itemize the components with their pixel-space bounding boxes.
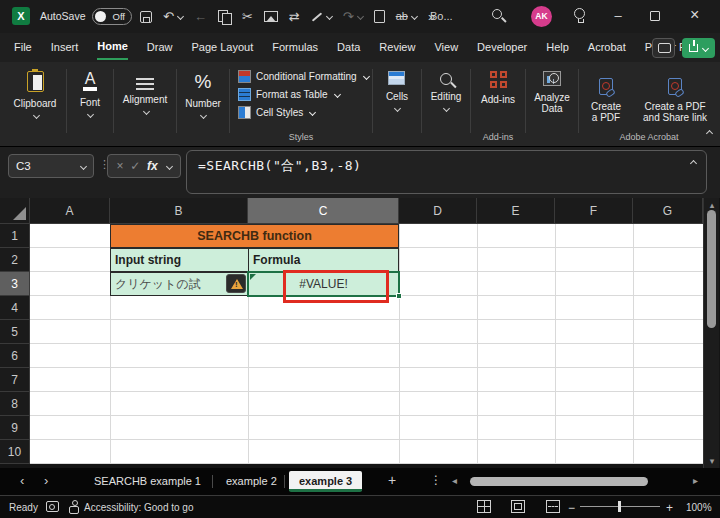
collapse-ribbon-button[interactable]: [707, 122, 712, 140]
zoom-slider-thumb[interactable]: [618, 501, 621, 512]
cancel-button[interactable]: ×: [116, 159, 123, 173]
row-header-1[interactable]: 1: [0, 224, 30, 248]
copy-button[interactable]: [218, 10, 231, 23]
formula-input[interactable]: =SEARCHB("合",B3,-8): [186, 150, 707, 194]
font-group[interactable]: A Font: [67, 62, 113, 146]
horizontal-scrollbar[interactable]: [464, 477, 688, 486]
format-as-table-button[interactable]: Format as Table: [238, 88, 372, 101]
comments-button[interactable]: [652, 38, 675, 58]
create-pdf-button[interactable]: Create a PDF: [582, 69, 630, 139]
sheet-options-button[interactable]: ⋮: [430, 473, 442, 487]
switch-windows-button[interactable]: ⇄: [289, 10, 300, 23]
tab-view[interactable]: View: [434, 36, 458, 59]
column-header-c[interactable]: C: [248, 198, 399, 224]
add-sheet-button[interactable]: +: [388, 472, 396, 488]
column-header-d[interactable]: D: [399, 198, 477, 224]
tab-insert[interactable]: Insert: [51, 36, 79, 59]
back-button[interactable]: ←: [194, 10, 207, 23]
vertical-scrollbar-thumb[interactable]: [707, 210, 716, 328]
macro-record-button[interactable]: [46, 501, 59, 512]
zoom-in-button[interactable]: +: [666, 501, 673, 515]
row-header-6[interactable]: 6: [0, 344, 30, 368]
prev-sheet-button[interactable]: ‹: [20, 473, 24, 488]
account-avatar[interactable]: AK: [531, 6, 552, 27]
create-pdf-share-button[interactable]: Create a PDF and Share link: [634, 69, 716, 139]
alignment-group[interactable]: Alignment: [114, 62, 176, 146]
column-header-a[interactable]: A: [30, 198, 110, 224]
ink-button[interactable]: [311, 14, 332, 19]
select-all-button[interactable]: [0, 198, 30, 224]
sheet-tab-3-active[interactable]: example 3: [289, 471, 362, 492]
tab-developer[interactable]: Developer: [477, 36, 527, 59]
strikethrough-button[interactable]: ab: [396, 11, 417, 22]
minimize-button[interactable]: –: [612, 8, 624, 23]
tab-review[interactable]: Review: [379, 36, 415, 59]
column-header-e[interactable]: E: [477, 198, 555, 224]
cell-c2[interactable]: Formula: [248, 248, 399, 272]
expand-formula-bar-icon[interactable]: [690, 160, 697, 167]
sheet-tab-2[interactable]: example 2: [216, 471, 287, 492]
hscroll-left-icon[interactable]: ◂: [452, 475, 457, 486]
scroll-up-icon[interactable]: ▴: [704, 200, 720, 210]
tab-home[interactable]: Home: [97, 35, 128, 60]
cut-button[interactable]: ✂: [242, 10, 253, 23]
number-group[interactable]: % Number: [177, 62, 229, 146]
cell-styles-button[interactable]: Cell Styles: [238, 106, 372, 119]
insert-function-button[interactable]: fx: [147, 159, 158, 173]
scroll-down-icon[interactable]: ▾: [704, 456, 720, 466]
zoom-level[interactable]: 100%: [686, 502, 712, 513]
row-header-8[interactable]: 8: [0, 392, 30, 416]
cell-b1-title[interactable]: SEARCHB function: [110, 224, 399, 248]
hscroll-right-icon[interactable]: ▸: [693, 475, 698, 486]
tab-help[interactable]: Help: [546, 36, 569, 59]
tab-page-layout[interactable]: Page Layout: [191, 36, 253, 59]
tab-file[interactable]: File: [14, 36, 32, 59]
paste-picture-button[interactable]: [264, 11, 278, 22]
accessibility-status[interactable]: Accessibility: Good to go: [84, 502, 194, 513]
search-icon[interactable]: [492, 9, 502, 19]
tab-formulas[interactable]: Formulas: [272, 36, 318, 59]
autosave-toggle[interactable]: Off: [92, 8, 132, 25]
tab-acrobat[interactable]: Acrobat: [588, 36, 626, 59]
column-header-g[interactable]: G: [633, 198, 703, 224]
zoom-out-button[interactable]: −: [568, 501, 575, 515]
column-header-b[interactable]: B: [110, 198, 248, 224]
vertical-scrollbar[interactable]: ▴ ▾: [703, 198, 719, 468]
row-header-4[interactable]: 4: [0, 296, 30, 320]
redo-button[interactable]: ↷: [343, 10, 363, 23]
normal-view-button[interactable]: [477, 500, 491, 513]
column-header-f[interactable]: F: [555, 198, 633, 224]
analyze-data-button[interactable]: Analyze Data: [526, 62, 578, 146]
page-layout-view-button[interactable]: [511, 500, 525, 513]
conditional-formatting-button[interactable]: Conditional Formatting: [238, 70, 372, 83]
row-header-7[interactable]: 7: [0, 368, 30, 392]
row-header-10[interactable]: 10: [0, 440, 30, 464]
next-sheet-button[interactable]: ›: [44, 473, 48, 488]
lightbulb-icon[interactable]: [574, 8, 585, 19]
addins-group[interactable]: Add-ins Add-ins: [471, 62, 525, 146]
share-button[interactable]: [682, 38, 715, 58]
editing-group[interactable]: Editing: [422, 62, 470, 146]
close-button[interactable]: ×: [690, 6, 699, 24]
cells-group[interactable]: Cells: [373, 62, 421, 146]
new-document-button[interactable]: [374, 10, 385, 23]
sheet-tab-1[interactable]: SEARCHB example 1: [84, 471, 211, 492]
row-header-5[interactable]: 5: [0, 320, 30, 344]
cell-b2[interactable]: Input string: [110, 248, 249, 272]
error-checking-button[interactable]: !: [226, 274, 246, 293]
row-header-3[interactable]: 3: [0, 272, 30, 296]
row-header-9[interactable]: 9: [0, 416, 30, 440]
undo-button[interactable]: ↶: [163, 10, 183, 23]
save-button[interactable]: [140, 11, 152, 23]
maximize-button[interactable]: [650, 11, 660, 21]
tab-data[interactable]: Data: [337, 36, 360, 59]
zoom-slider[interactable]: [580, 506, 660, 507]
excel-app-icon[interactable]: X: [12, 7, 30, 25]
name-box[interactable]: C3: [8, 154, 94, 178]
tab-draw[interactable]: Draw: [147, 36, 173, 59]
row-header-2[interactable]: 2: [0, 248, 30, 272]
horizontal-scrollbar-thumb[interactable]: [470, 477, 648, 486]
fill-handle[interactable]: [396, 293, 402, 299]
clipboard-group[interactable]: Clipboard: [4, 62, 66, 146]
page-break-view-button[interactable]: [546, 500, 560, 513]
